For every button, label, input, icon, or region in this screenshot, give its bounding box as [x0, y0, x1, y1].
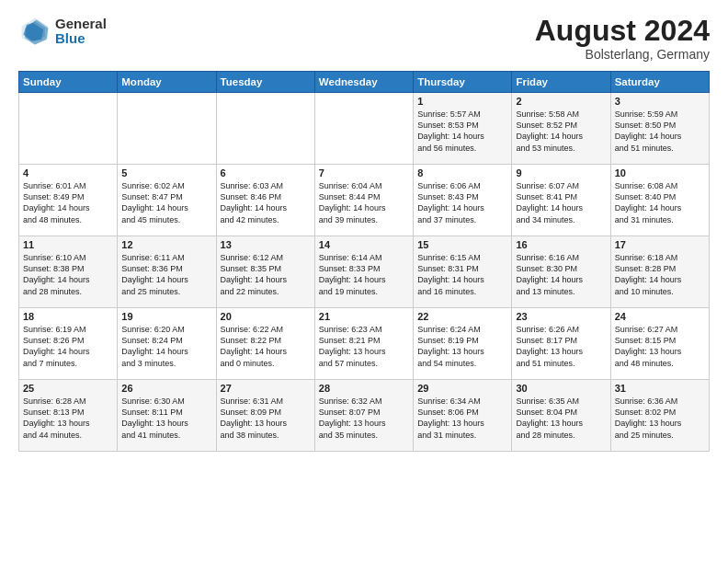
col-tuesday: Tuesday — [216, 72, 314, 93]
header: General Blue August 2024 Bolsterlang, Ge… — [18, 15, 710, 62]
day-cell: 7Sunrise: 6:04 AM Sunset: 8:44 PM Daylig… — [314, 165, 413, 236]
day-cell: 29Sunrise: 6:34 AM Sunset: 8:06 PM Dayli… — [414, 380, 512, 452]
day-info: Sunrise: 6:22 AM Sunset: 8:22 PM Dayligh… — [221, 324, 311, 369]
day-cell: 12Sunrise: 6:11 AM Sunset: 8:36 PM Dayli… — [118, 236, 216, 308]
day-info: Sunrise: 6:26 AM Sunset: 8:17 PM Dayligh… — [516, 324, 606, 369]
month-year: August 2024 — [535, 15, 710, 47]
week-row-4: 25Sunrise: 6:28 AM Sunset: 8:13 PM Dayli… — [19, 380, 710, 452]
day-cell: 2Sunrise: 5:58 AM Sunset: 8:52 PM Daylig… — [512, 93, 610, 165]
week-row-3: 18Sunrise: 6:19 AM Sunset: 8:26 PM Dayli… — [19, 308, 710, 380]
day-number: 3 — [615, 96, 705, 107]
week-row-0: 1Sunrise: 5:57 AM Sunset: 8:53 PM Daylig… — [19, 93, 710, 165]
day-info: Sunrise: 6:24 AM Sunset: 8:19 PM Dayligh… — [417, 324, 507, 369]
day-number: 9 — [516, 167, 606, 178]
day-info: Sunrise: 6:34 AM Sunset: 8:06 PM Dayligh… — [417, 396, 507, 441]
day-cell: 23Sunrise: 6:26 AM Sunset: 8:17 PM Dayli… — [512, 308, 610, 380]
day-cell — [19, 93, 118, 165]
day-number: 5 — [121, 167, 211, 178]
day-number: 14 — [319, 239, 409, 250]
day-cell: 19Sunrise: 6:20 AM Sunset: 8:24 PM Dayli… — [118, 308, 216, 380]
day-number: 24 — [615, 311, 705, 322]
day-cell — [118, 93, 216, 165]
day-info: Sunrise: 6:32 AM Sunset: 8:07 PM Dayligh… — [319, 396, 409, 441]
day-cell: 13Sunrise: 6:12 AM Sunset: 8:35 PM Dayli… — [216, 236, 314, 308]
day-cell: 15Sunrise: 6:15 AM Sunset: 8:31 PM Dayli… — [414, 236, 512, 308]
day-number: 28 — [319, 383, 409, 394]
day-number: 7 — [319, 167, 409, 178]
day-info: Sunrise: 6:01 AM Sunset: 8:49 PM Dayligh… — [23, 180, 113, 225]
col-friday: Friday — [512, 72, 610, 93]
calendar-table: Sunday Monday Tuesday Wednesday Thursday… — [18, 71, 710, 452]
day-info: Sunrise: 6:10 AM Sunset: 8:38 PM Dayligh… — [23, 252, 113, 297]
day-cell: 30Sunrise: 6:35 AM Sunset: 8:04 PM Dayli… — [512, 380, 610, 452]
day-number: 1 — [417, 96, 507, 107]
logo-blue-text: Blue — [55, 31, 107, 47]
col-wednesday: Wednesday — [314, 72, 413, 93]
day-number: 13 — [221, 239, 311, 250]
logo-icon — [18, 15, 51, 48]
day-info: Sunrise: 6:16 AM Sunset: 8:30 PM Dayligh… — [516, 252, 606, 297]
day-cell: 16Sunrise: 6:16 AM Sunset: 8:30 PM Dayli… — [512, 236, 610, 308]
col-saturday: Saturday — [610, 72, 709, 93]
day-number: 8 — [417, 167, 507, 178]
day-number: 11 — [23, 239, 113, 250]
day-number: 23 — [516, 311, 606, 322]
location: Bolsterlang, Germany — [535, 47, 710, 62]
day-number: 22 — [417, 311, 507, 322]
col-thursday: Thursday — [414, 72, 512, 93]
day-cell: 18Sunrise: 6:19 AM Sunset: 8:26 PM Dayli… — [19, 308, 118, 380]
day-info: Sunrise: 6:03 AM Sunset: 8:46 PM Dayligh… — [221, 180, 311, 225]
day-cell: 31Sunrise: 6:36 AM Sunset: 8:02 PM Dayli… — [610, 380, 709, 452]
day-cell: 8Sunrise: 6:06 AM Sunset: 8:43 PM Daylig… — [414, 165, 512, 236]
week-row-1: 4Sunrise: 6:01 AM Sunset: 8:49 PM Daylig… — [19, 165, 710, 236]
day-number: 30 — [516, 383, 606, 394]
day-info: Sunrise: 6:23 AM Sunset: 8:21 PM Dayligh… — [319, 324, 409, 369]
day-cell: 27Sunrise: 6:31 AM Sunset: 8:09 PM Dayli… — [216, 380, 314, 452]
day-cell: 22Sunrise: 6:24 AM Sunset: 8:19 PM Dayli… — [414, 308, 512, 380]
day-cell: 4Sunrise: 6:01 AM Sunset: 8:49 PM Daylig… — [19, 165, 118, 236]
day-cell: 10Sunrise: 6:08 AM Sunset: 8:40 PM Dayli… — [610, 165, 709, 236]
day-info: Sunrise: 6:07 AM Sunset: 8:41 PM Dayligh… — [516, 180, 606, 225]
logo: General Blue — [18, 15, 107, 48]
day-cell: 25Sunrise: 6:28 AM Sunset: 8:13 PM Dayli… — [19, 380, 118, 452]
day-number: 21 — [319, 311, 409, 322]
col-sunday: Sunday — [19, 72, 118, 93]
day-cell: 3Sunrise: 5:59 AM Sunset: 8:50 PM Daylig… — [610, 93, 709, 165]
title-block: August 2024 Bolsterlang, Germany — [535, 15, 710, 62]
page: General Blue August 2024 Bolsterlang, Ge… — [0, 0, 728, 563]
col-monday: Monday — [118, 72, 216, 93]
day-number: 27 — [221, 383, 311, 394]
day-info: Sunrise: 6:20 AM Sunset: 8:24 PM Dayligh… — [121, 324, 211, 369]
day-cell: 21Sunrise: 6:23 AM Sunset: 8:21 PM Dayli… — [314, 308, 413, 380]
day-info: Sunrise: 6:31 AM Sunset: 8:09 PM Dayligh… — [221, 396, 311, 441]
day-info: Sunrise: 6:36 AM Sunset: 8:02 PM Dayligh… — [615, 396, 705, 441]
day-cell: 9Sunrise: 6:07 AM Sunset: 8:41 PM Daylig… — [512, 165, 610, 236]
day-number: 25 — [23, 383, 113, 394]
day-number: 12 — [121, 239, 211, 250]
day-number: 19 — [121, 311, 211, 322]
day-cell: 5Sunrise: 6:02 AM Sunset: 8:47 PM Daylig… — [118, 165, 216, 236]
logo-text: General Blue — [55, 17, 107, 47]
day-cell: 26Sunrise: 6:30 AM Sunset: 8:11 PM Dayli… — [118, 380, 216, 452]
day-info: Sunrise: 6:35 AM Sunset: 8:04 PM Dayligh… — [516, 396, 606, 441]
day-info: Sunrise: 6:02 AM Sunset: 8:47 PM Dayligh… — [121, 180, 211, 225]
day-number: 15 — [417, 239, 507, 250]
day-number: 16 — [516, 239, 606, 250]
day-cell: 1Sunrise: 5:57 AM Sunset: 8:53 PM Daylig… — [414, 93, 512, 165]
day-cell: 11Sunrise: 6:10 AM Sunset: 8:38 PM Dayli… — [19, 236, 118, 308]
day-cell — [314, 93, 413, 165]
day-number: 31 — [615, 383, 705, 394]
day-cell — [216, 93, 314, 165]
week-row-2: 11Sunrise: 6:10 AM Sunset: 8:38 PM Dayli… — [19, 236, 710, 308]
day-number: 17 — [615, 239, 705, 250]
day-cell: 14Sunrise: 6:14 AM Sunset: 8:33 PM Dayli… — [314, 236, 413, 308]
day-cell: 17Sunrise: 6:18 AM Sunset: 8:28 PM Dayli… — [610, 236, 709, 308]
day-info: Sunrise: 6:15 AM Sunset: 8:31 PM Dayligh… — [417, 252, 507, 297]
day-info: Sunrise: 6:06 AM Sunset: 8:43 PM Dayligh… — [417, 180, 507, 225]
header-row: Sunday Monday Tuesday Wednesday Thursday… — [19, 72, 710, 93]
day-number: 20 — [221, 311, 311, 322]
day-number: 2 — [516, 96, 606, 107]
day-info: Sunrise: 6:19 AM Sunset: 8:26 PM Dayligh… — [23, 324, 113, 369]
day-info: Sunrise: 6:18 AM Sunset: 8:28 PM Dayligh… — [615, 252, 705, 297]
day-info: Sunrise: 6:27 AM Sunset: 8:15 PM Dayligh… — [615, 324, 705, 369]
